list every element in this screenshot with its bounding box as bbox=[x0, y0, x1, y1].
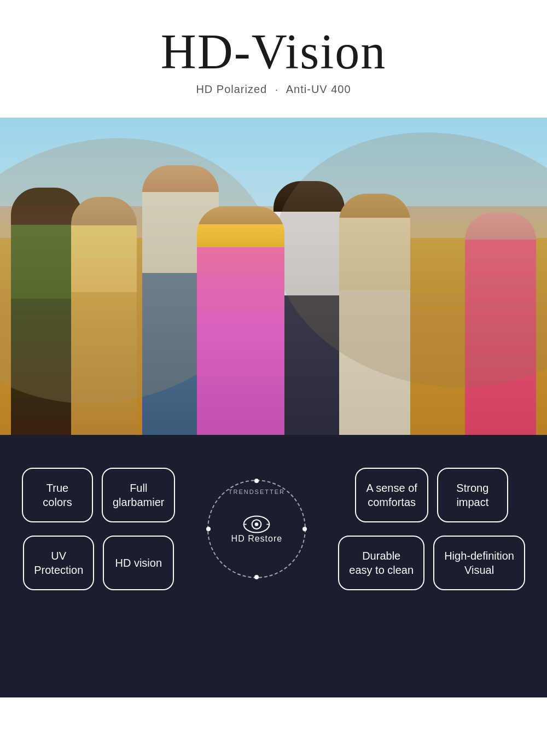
dot-left bbox=[206, 527, 211, 531]
dot-separator: · bbox=[275, 83, 279, 96]
right-badges: A sense ofcomfortas Strongimpact Durable… bbox=[338, 468, 525, 590]
hd-vision-label: HD vision bbox=[115, 556, 162, 570]
left-badges: Truecolors Fullglarbamier UVProtection H… bbox=[22, 468, 175, 590]
subtitle-part2: Anti-UV 400 bbox=[286, 83, 351, 95]
high-definition-label: High-definitionVisual bbox=[444, 549, 514, 577]
brand-title: HD-Vision bbox=[0, 27, 547, 77]
features-section: Truecolors Fullglarbamier UVProtection H… bbox=[0, 435, 547, 697]
strong-impact-label: Strongimpact bbox=[456, 481, 488, 509]
center-badge: TRENDSETTER HD Restore bbox=[207, 480, 306, 578]
subtitle-part1: HD Polarized bbox=[196, 83, 267, 95]
sense-of-comfort-badge: A sense ofcomfortas bbox=[355, 468, 428, 522]
durable-label: Durableeasy to clean bbox=[349, 549, 414, 577]
strong-impact-badge: Strongimpact bbox=[437, 468, 508, 522]
full-glarbamier-badge: Fullglarbamier bbox=[102, 468, 175, 522]
trendsetter-circle: TRENDSETTER HD Restore bbox=[207, 480, 306, 578]
true-colors-label: Truecolors bbox=[43, 481, 72, 509]
person-center bbox=[197, 206, 284, 435]
left-row-bottom: UVProtection HD vision bbox=[23, 536, 174, 590]
right-row-bottom: Durableeasy to clean High-definitionVisu… bbox=[338, 536, 525, 590]
hd-restore-label: HD Restore bbox=[231, 534, 283, 544]
brand-subtitle: HD Polarized · Anti-UV 400 bbox=[0, 83, 547, 96]
hero-image bbox=[0, 118, 547, 435]
uv-protection-label: UVProtection bbox=[34, 549, 83, 577]
dot-top bbox=[254, 479, 259, 483]
people-scene bbox=[0, 118, 547, 435]
left-row-top: Truecolors Fullglarbamier bbox=[22, 468, 175, 522]
eye-icon bbox=[243, 515, 270, 534]
right-row-top: A sense ofcomfortas Strongimpact bbox=[355, 468, 508, 522]
sense-of-comfort-label: A sense ofcomfortas bbox=[366, 481, 417, 509]
durable-badge: Durableeasy to clean bbox=[338, 536, 424, 590]
true-colors-badge: Truecolors bbox=[22, 468, 93, 522]
svg-point-2 bbox=[255, 522, 259, 526]
header-section: HD-Vision HD Polarized · Anti-UV 400 bbox=[0, 0, 547, 101]
high-definition-badge: High-definitionVisual bbox=[433, 536, 525, 590]
dot-bottom bbox=[254, 575, 259, 579]
dot-right bbox=[302, 527, 307, 531]
trendsetter-label: TRENDSETTER bbox=[229, 489, 285, 495]
features-layout: Truecolors Fullglarbamier UVProtection H… bbox=[22, 468, 525, 590]
uv-protection-badge: UVProtection bbox=[23, 536, 94, 590]
hd-vision-badge: HD vision bbox=[103, 536, 174, 590]
full-glarbamier-label: Fullglarbamier bbox=[113, 481, 164, 509]
